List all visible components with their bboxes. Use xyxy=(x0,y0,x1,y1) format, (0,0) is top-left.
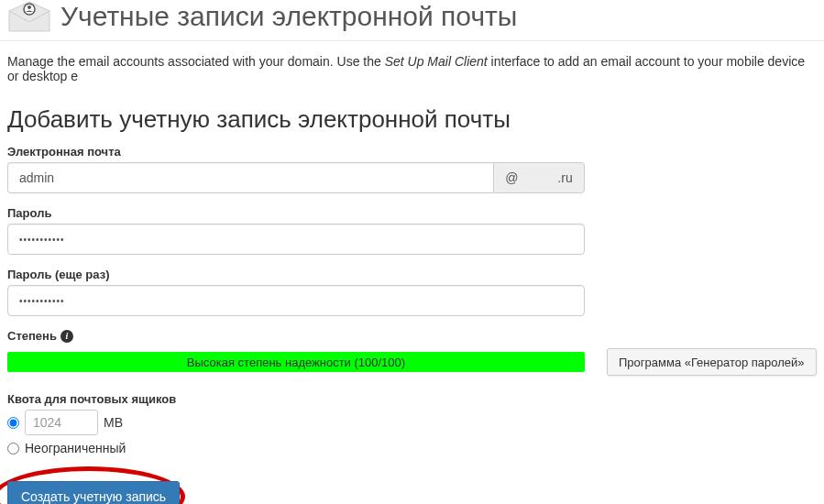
strength-bar: Высокая степень надежности (100/100) xyxy=(7,352,585,372)
quota-unit: MB xyxy=(104,415,123,430)
domain-hidden: xxxxx xyxy=(522,170,554,185)
password-label: Пароль xyxy=(7,206,817,220)
strength-label: Степень xyxy=(7,329,57,343)
email-domain-addon: @ xxxxx .ru xyxy=(493,162,585,193)
svg-point-2 xyxy=(27,5,31,9)
domain-suffix: .ru xyxy=(557,170,572,185)
domain-at: @ xyxy=(505,170,518,185)
section-title: Добавить учетную запись электронной почт… xyxy=(7,105,817,134)
password-input[interactable] xyxy=(7,224,585,255)
quota-group: Квота для почтовых ящиков MB Неограничен… xyxy=(7,392,817,455)
password-confirm-label: Пароль (еще раз) xyxy=(7,268,817,281)
password-generator-button[interactable]: Программа «Генератор паролей» xyxy=(607,348,817,376)
strength-group: Степень i Высокая степень надежности (10… xyxy=(7,329,817,376)
page-header: Учетные записи электронной почты xyxy=(0,0,824,41)
submit-wrap: Создать учетную запись xyxy=(7,481,180,504)
password-confirm-group: Пароль (еще раз) xyxy=(7,268,817,316)
quota-unlimited-label: Неограниченный xyxy=(25,441,126,455)
password-group: Пароль xyxy=(7,206,817,255)
info-icon[interactable]: i xyxy=(60,330,73,343)
quota-radio-limited[interactable] xyxy=(7,417,19,429)
email-label: Электронная почта xyxy=(7,145,817,159)
email-input[interactable] xyxy=(7,162,493,193)
quota-input[interactable] xyxy=(25,410,98,435)
page-description: Manage the email accounts associated wit… xyxy=(0,41,824,96)
description-link-setup-mail-client[interactable]: Set Up Mail Client xyxy=(385,54,488,69)
create-account-button[interactable]: Создать учетную запись xyxy=(7,481,180,504)
description-text-1: Manage the email accounts associated wit… xyxy=(7,54,385,69)
password-confirm-input[interactable] xyxy=(7,285,585,316)
mail-account-icon xyxy=(7,0,51,33)
email-group: Электронная почта @ xxxxx .ru xyxy=(7,145,817,193)
quota-radio-unlimited[interactable] xyxy=(7,443,19,455)
quota-label: Квота для почтовых ящиков xyxy=(7,392,817,406)
page-title: Учетные записи электронной почты xyxy=(60,1,517,32)
add-account-section: Добавить учетную запись электронной почт… xyxy=(0,105,824,504)
